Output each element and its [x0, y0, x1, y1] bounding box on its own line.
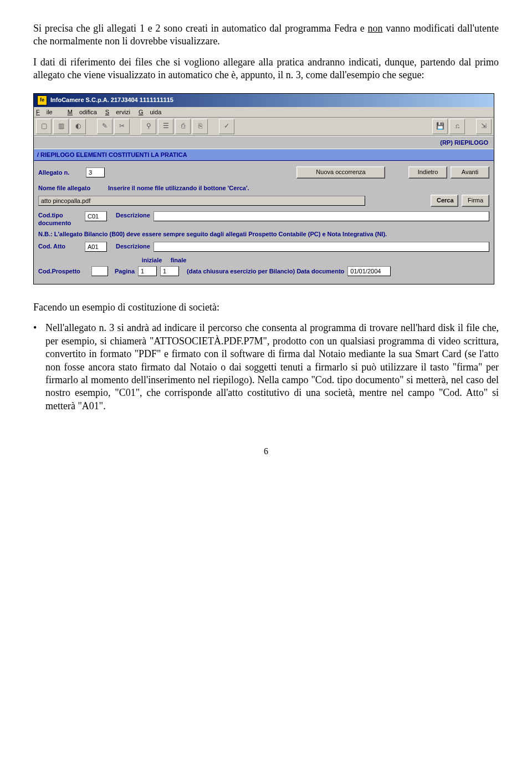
nomefile-field[interactable]: atto pincopalla.pdf	[38, 196, 365, 206]
codtipo-label1: Cod.tipo	[38, 211, 81, 219]
paragraph-1: Si precisa che gli allegati 1 e 2 sono c…	[33, 22, 499, 48]
fedra-app-window: fe InfoCamere S.C.p.A. 217J3404 11111111…	[33, 93, 494, 284]
paragraph-2: I dati di riferimento dei files che si v…	[33, 56, 499, 82]
codatto-field[interactable]: A01	[85, 242, 107, 252]
toolbar: ▢ ▥ ◐ ✎ ✂ ⚲ ☰ ⎙ ⎘ ✓ 💾 ⎌ ⇲	[34, 118, 494, 136]
bullet-item: • Nell'allegato n. 3 si andrà ad indicar…	[33, 322, 499, 413]
codtipo-field[interactable]: C01	[85, 211, 107, 221]
iniziale-label: iniziale	[140, 256, 163, 264]
allegato-field[interactable]: 3	[86, 167, 105, 177]
toolbar-btn-9[interactable]: ⎘	[192, 119, 208, 134]
toolbar-btn-exit[interactable]: ⇲	[476, 119, 492, 134]
paragraph-3: Facendo un esempio di costituzione di so…	[33, 301, 499, 314]
descrizione-field-2[interactable]	[154, 242, 489, 252]
nomefile-label: Nome file allegato	[38, 184, 105, 192]
toolbar-btn-6[interactable]: ⚲	[141, 119, 156, 134]
pagina-label: Pagina	[115, 267, 135, 275]
app-icon: fe	[37, 95, 47, 105]
titlebar-text: InfoCamere S.C.p.A. 217J3404 1111111115	[50, 96, 173, 104]
form-area: Allegato n. 3 Nuova occorrenza Indietro …	[34, 161, 494, 283]
codtipo-label2: documento	[38, 219, 81, 227]
menu-file[interactable]: File	[36, 109, 59, 115]
toolbar-btn-2[interactable]: ▥	[53, 119, 69, 134]
toolbar-btn-4[interactable]: ✎	[97, 119, 112, 134]
nb-note: N.B.: L'allegato Bilancio (B00) deve ess…	[38, 230, 489, 238]
toolbar-btn-1[interactable]: ▢	[36, 119, 52, 134]
toolbar-btn-5[interactable]: ✂	[114, 119, 130, 134]
codatto-label: Cod. Atto	[38, 242, 81, 250]
codprospetto-label: Cod.Prospetto	[38, 267, 88, 275]
finale-label: finale	[167, 256, 190, 264]
descrizione-label-1: Descrizione	[116, 211, 150, 219]
firma-button[interactable]: Firma	[462, 195, 489, 207]
section-title: / RIEPILOGO ELEMENTI COSTITUENTI LA PRAT…	[34, 149, 494, 161]
pagina-finale-field[interactable]: 1	[160, 266, 179, 276]
page-number: 6	[33, 446, 499, 457]
cerca-button[interactable]: Cerca	[431, 195, 458, 207]
nomefile-hint: Inserire il nome file utilizzando il bot…	[108, 184, 249, 192]
codprospetto-field[interactable]	[91, 266, 108, 276]
descrizione-field-1[interactable]	[154, 211, 489, 221]
nuova-occorrenza-button[interactable]: Nuova occorrenza	[296, 166, 385, 179]
titlebar: fe InfoCamere S.C.p.A. 217J3404 11111111…	[34, 94, 494, 107]
avanti-button[interactable]: Avanti	[451, 166, 489, 179]
toolbar-btn-12[interactable]: ⎌	[449, 119, 465, 134]
bullet-text: Nell'allegato n. 3 si andrà ad indicare …	[45, 322, 499, 413]
data-documento-field[interactable]: 01/01/2004	[347, 266, 391, 276]
toolbar-btn-8[interactable]: ⎙	[175, 119, 191, 134]
menu-guida[interactable]: Guida	[139, 109, 161, 115]
menubar: File Modifica Servizi Guida	[34, 107, 494, 118]
toolbar-btn-10[interactable]: ✓	[219, 119, 234, 134]
bullet-marker: •	[33, 322, 45, 413]
menu-modifica[interactable]: Modifica	[68, 109, 97, 115]
para1-text-b-underlined: non	[367, 23, 382, 34]
toolbar-btn-7[interactable]: ☰	[158, 119, 173, 134]
indietro-button[interactable]: Indietro	[408, 166, 447, 179]
pagina-iniziale-field[interactable]: 1	[138, 266, 157, 276]
menu-servizi[interactable]: Servizi	[105, 109, 130, 115]
allegato-label: Allegato n.	[38, 169, 83, 176]
toolbar-btn-3[interactable]: ◐	[70, 119, 86, 134]
para1-text-a: Si precisa che gli allegati 1 e 2 sono c…	[33, 23, 367, 34]
rp-label: (RP) RIEPILOGO	[34, 136, 494, 149]
descrizione-label-2: Descrizione	[116, 242, 150, 250]
toolbar-btn-save[interactable]: 💾	[432, 119, 448, 134]
datachiusura-label: (data chiusura esercizio per Bilancio) D…	[187, 267, 344, 275]
